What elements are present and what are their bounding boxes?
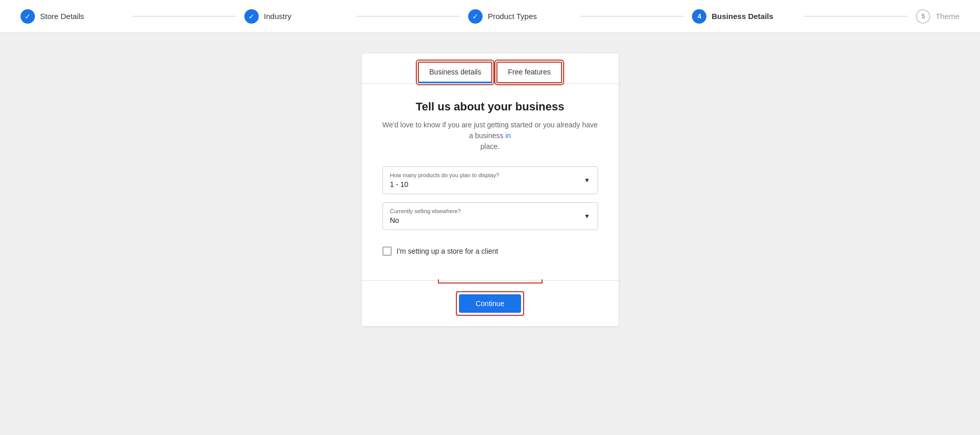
tab-free-features[interactable]: Free features xyxy=(496,62,562,83)
step-number-icon-business: 4 xyxy=(692,9,706,24)
step-business-details: 4 Business Details xyxy=(692,9,796,24)
step-check-icon-store: ✓ xyxy=(21,9,35,24)
products-dropdown-label: How many products do you plan to display… xyxy=(390,172,590,178)
stepper-divider-4 xyxy=(804,16,908,16)
step-theme: 5 Theme xyxy=(916,9,959,24)
selling-dropdown[interactable]: Currently selling elsewhere? No ▼ xyxy=(382,202,598,230)
step-label-theme: Theme xyxy=(935,12,959,21)
form-footer: Continue xyxy=(362,280,619,326)
client-checkbox[interactable] xyxy=(382,247,392,256)
form-title: Tell us about your business xyxy=(382,100,598,114)
selling-dropdown-value: No xyxy=(390,216,590,224)
step-check-icon-product: ✓ xyxy=(468,9,483,24)
main-content: Business details Free features Tell us a… xyxy=(0,33,980,435)
step-product-types: ✓ Product Types xyxy=(468,9,572,24)
continue-btn-wrapper: Continue xyxy=(456,291,524,316)
products-dropdown[interactable]: How many products do you plan to display… xyxy=(382,166,598,194)
selling-dropdown-label: Currently selling elsewhere? xyxy=(390,208,590,214)
continue-button[interactable]: Continue xyxy=(459,294,521,313)
products-dropdown-value: 1 - 10 xyxy=(390,180,590,188)
stepper-divider-1 xyxy=(132,16,236,16)
step-store-details: ✓ Store Details xyxy=(21,9,124,24)
step-check-icon-industry: ✓ xyxy=(244,9,259,24)
tab-business-details[interactable]: Business details xyxy=(418,62,492,83)
client-checkbox-row: I'm setting up a store for a client xyxy=(382,238,598,264)
step-industry: ✓ Industry xyxy=(244,9,348,24)
form-inner: Tell us about your business We'd love to… xyxy=(362,84,619,280)
form-container: Business details Free features Tell us a… xyxy=(362,53,619,326)
stepper-divider-2 xyxy=(356,16,460,16)
step-label-product: Product Types xyxy=(488,12,537,21)
step-label-business: Business Details xyxy=(712,12,773,21)
form-subtitle: We'd love to know if you are just gettin… xyxy=(382,120,598,152)
client-checkbox-label: I'm setting up a store for a client xyxy=(397,247,498,255)
step-label-store: Store Details xyxy=(40,12,84,21)
stepper-divider-3 xyxy=(580,16,684,16)
step-label-industry: Industry xyxy=(264,12,291,21)
dropdown-arrow-selling: ▼ xyxy=(584,213,590,220)
stepper-bar: ✓ Store Details ✓ Industry ✓ Product Typ… xyxy=(0,0,980,33)
dropdown-arrow-products: ▼ xyxy=(584,177,590,184)
tab-bar: Business details Free features xyxy=(362,53,619,84)
step-number-icon-theme: 5 xyxy=(916,9,930,24)
